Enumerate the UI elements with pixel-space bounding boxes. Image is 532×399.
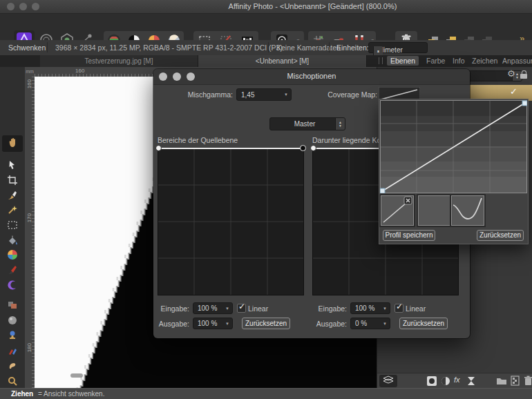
source-output-select[interactable]: 100 % ▼ — [193, 318, 233, 329]
gear-icon[interactable]: ⚙ — [507, 68, 515, 79]
layer-visibility-check-icon[interactable]: ✓ — [510, 86, 517, 97]
source-reset-button[interactable]: Zurücksetzen — [242, 318, 290, 329]
dual-brush-icon — [7, 345, 18, 358]
chevron-down-icon: ▼ — [383, 322, 387, 326]
underlying-output-select[interactable]: 0 % ▼ — [350, 318, 390, 329]
curve-node[interactable] — [310, 145, 316, 151]
blend-gamma-select[interactable]: 1,45 ▼ — [236, 88, 292, 101]
tab-zeichen[interactable]: Zeichen — [468, 56, 501, 66]
cursor-icon — [7, 159, 18, 172]
close-window-button[interactable] — [7, 3, 15, 10]
view-pan-tool[interactable] — [2, 135, 23, 152]
preset-scurve-thumbnail[interactable] — [451, 195, 484, 226]
v-ruler-label-160: 160 — [26, 79, 32, 88]
group-folder-icon[interactable] — [496, 376, 507, 387]
preset-linear-thumbnail[interactable] — [381, 195, 414, 226]
underlying-input-select[interactable]: 100 % ▼ — [350, 302, 390, 314]
lock-icon[interactable] — [520, 70, 527, 79]
selection-brush-tool[interactable] — [2, 189, 23, 203]
live-filter-icon[interactable]: fx — [454, 376, 460, 384]
main-toolbar: ▼ ▼ » — [0, 14, 532, 41]
underlying-input-label: Eingabe: — [311, 304, 347, 313]
crop-tool[interactable] — [2, 174, 23, 188]
smudge-tool[interactable] — [2, 360, 23, 373]
document-info: 3968 × 2834 px, 11.25 MP, RGBA/8 - SMPTE… — [55, 43, 283, 52]
underlying-output-value: 0 % — [355, 320, 380, 327]
dodge-burn-tool[interactable] — [2, 375, 23, 389]
stepper-icon: ▲▼ — [373, 46, 383, 56]
hourglass-icon[interactable] — [466, 376, 476, 387]
red-brush-icon — [7, 264, 18, 277]
current-tool-label: Schwenken — [8, 43, 46, 52]
crescent-icon — [7, 280, 18, 292]
curve-node-selected[interactable] — [300, 145, 306, 151]
preset-empty-thumbnail[interactable] — [418, 195, 451, 226]
layers-panel-footer: fx — [377, 373, 532, 389]
doc-tab-testverzerrung[interactable]: Testverzerrung.jpg [M] — [40, 55, 198, 67]
tab-farbe[interactable]: Farbe — [423, 56, 448, 66]
underlying-output-label: Ausgabe: — [311, 320, 347, 328]
mask-layer-icon[interactable] — [427, 376, 437, 387]
move-tool[interactable] — [2, 159, 23, 173]
v-ruler-label-170: 170 — [26, 213, 32, 222]
curve-handle-high[interactable] — [522, 101, 527, 106]
source-output-label: Ausgabe: — [153, 320, 189, 328]
dialog-titlebar[interactable]: Mischoptionen — [153, 69, 470, 85]
layers-stack-icon — [382, 376, 395, 387]
underlying-linear-label: Linear — [406, 304, 426, 313]
zoom-window-button[interactable] — [32, 3, 39, 10]
blur-tool[interactable] — [2, 314, 23, 328]
source-input-label: Eingabe: — [153, 304, 189, 313]
delete-layer-icon[interactable] — [524, 376, 532, 387]
minimize-window-button[interactable] — [19, 3, 27, 10]
marquee-select-tool[interactable] — [2, 219, 23, 233]
camera-data-label: Keine Kameradaten — [276, 43, 341, 52]
paint-brush-tool[interactable] — [2, 264, 23, 278]
new-layer-icon[interactable] — [511, 376, 520, 387]
curve-node[interactable] — [155, 145, 162, 151]
blur-ball-icon — [7, 315, 18, 327]
flood-fill-tool[interactable] — [2, 234, 23, 248]
source-input-select[interactable]: 100 % ▼ — [193, 302, 233, 314]
flood-select-tool[interactable] — [2, 204, 23, 217]
scroll-indicator[interactable] — [70, 373, 83, 378]
tab-ebenen[interactable]: Ebenen — [387, 56, 419, 66]
underlying-reset-button[interactable]: Zurücksetzen — [399, 318, 448, 329]
panel-grip[interactable] — [379, 57, 383, 64]
gradient-tool[interactable] — [2, 249, 23, 262]
ruler-unit-label: mm — [25, 67, 35, 77]
tools-panel: T — [0, 67, 26, 388]
adjustment-layer-icon[interactable] — [441, 376, 450, 387]
tab-info[interactable]: Info — [449, 56, 468, 66]
blend-gamma-value: 1,45 — [241, 91, 281, 99]
clone-stamp-tool[interactable] — [2, 299, 23, 313]
chevron-down-icon: ▼ — [225, 322, 229, 326]
dashed-rect-icon — [7, 220, 18, 232]
colour-replacement-tool[interactable] — [2, 344, 23, 358]
save-profile-button[interactable]: Profil speichern — [383, 230, 435, 241]
crop-icon — [7, 175, 18, 187]
tab-anpassung[interactable]: Anpassung — [499, 56, 532, 66]
pixel-tool[interactable] — [2, 279, 23, 293]
clone-icon — [7, 300, 18, 312]
units-select[interactable]: Millimeter ▲▼ — [368, 42, 428, 53]
coverage-map-label: Coverage Map: — [323, 90, 377, 99]
paint-bucket-icon — [7, 235, 18, 247]
coverage-curve-editor[interactable] — [380, 100, 527, 195]
channel-select[interactable]: Master ▲▼ — [269, 117, 345, 130]
blend-gamma-label: Mischgamma: — [167, 90, 233, 99]
underlying-linear-checkbox[interactable]: ✓ — [395, 304, 403, 313]
coverage-map-popup: Profil speichern Zurücksetzen — [379, 99, 529, 244]
source-linear-checkbox[interactable]: ✓ — [237, 304, 246, 313]
stamp-tool[interactable] — [2, 329, 23, 343]
chevron-down-icon: ▼ — [284, 93, 288, 97]
curve-handle-low[interactable] — [380, 188, 385, 193]
popup-reset-button[interactable]: Zurücksetzen — [477, 230, 524, 241]
dialog-title: Mischoptionen — [153, 72, 470, 80]
doc-tab-unbenannt[interactable]: <Unbenannt> [M] — [198, 55, 367, 67]
check-icon: ✓ — [396, 302, 403, 311]
layers-stack-button[interactable] — [379, 375, 397, 387]
check-icon: ✓ — [238, 302, 245, 311]
source-range-graph[interactable] — [158, 148, 304, 295]
smudge-icon — [7, 360, 18, 373]
